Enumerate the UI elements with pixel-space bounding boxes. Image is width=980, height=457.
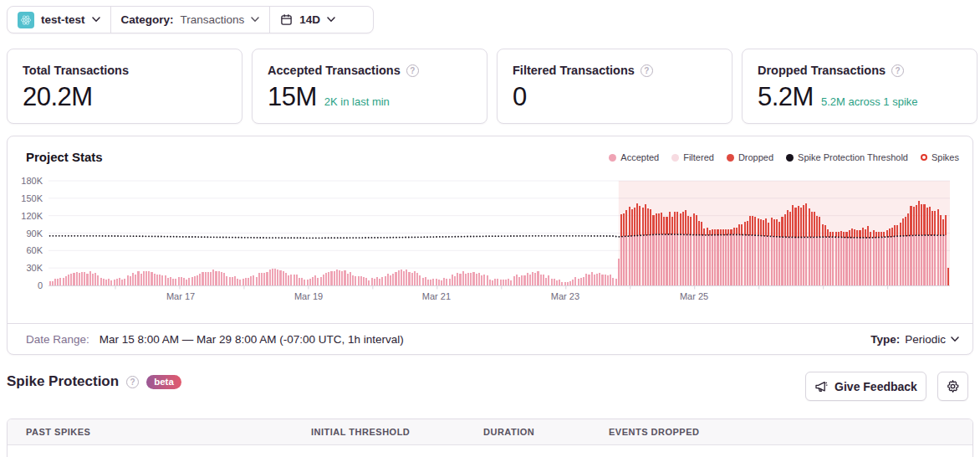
type-label: Type: (870, 333, 900, 346)
svg-text:Mar 23: Mar 23 (551, 291, 579, 301)
period-value: 14D (299, 13, 320, 26)
project-stats-card: Project Stats AcceptedFilteredDroppedSpi… (7, 136, 973, 355)
category-selector[interactable]: Category: Transactions (111, 7, 270, 33)
col-initial-threshold: INITIAL THRESHOLD (311, 427, 410, 437)
svg-text:150K: 150K (21, 193, 43, 203)
stat-card-title: Filtered Transactions (513, 64, 635, 77)
page-filter-bar: test-test Category: Transactions 14D (7, 6, 374, 33)
chart-footer: Date Range: Mar 15 8:00 AM — Mar 29 8:00… (8, 323, 972, 355)
help-icon[interactable]: ? (891, 64, 904, 77)
past-spikes-table: PAST SPIKES INITIAL THRESHOLD DURATION E… (7, 418, 973, 457)
svg-text:Mar 19: Mar 19 (294, 291, 323, 301)
stat-card-filtered: Filtered Transactions ? 0 (497, 49, 732, 124)
stat-card-subtext: 2K in last min (324, 95, 390, 108)
stat-card-total: Total Transactions 20.2M (7, 49, 242, 124)
stat-card-title: Accepted Transactions (268, 64, 401, 77)
svg-text:Mar 21: Mar 21 (422, 291, 451, 301)
give-feedback-button[interactable]: Give Feedback (805, 372, 926, 401)
help-icon[interactable]: ? (641, 64, 653, 77)
stat-card-title: Dropped Transactions (758, 64, 886, 77)
svg-text:0: 0 (38, 280, 43, 290)
stat-card-value: 0 (513, 82, 527, 112)
chevron-down-icon (251, 17, 259, 23)
give-feedback-label: Give Feedback (835, 380, 917, 393)
help-icon[interactable]: ? (126, 376, 139, 388)
section-title: Spike Protection (7, 373, 119, 390)
svg-text:Mar 17: Mar 17 (166, 291, 195, 301)
svg-text:60K: 60K (26, 245, 43, 255)
col-past-spikes: PAST SPIKES (26, 427, 90, 437)
chevron-down-icon (327, 17, 335, 23)
project-platform-icon (18, 12, 34, 28)
stat-card-accepted: Accepted Transactions ? 15M 2K in last m… (252, 49, 487, 124)
project-name: test-test (41, 13, 85, 26)
chevron-down-icon (951, 336, 959, 342)
col-duration: DURATION (483, 427, 534, 437)
settings-button[interactable] (937, 372, 968, 401)
chevron-down-icon (92, 17, 100, 23)
usage-stats-page: test-test Category: Transactions 14D Tot… (0, 0, 980, 457)
project-stats-chart[interactable]: 030K60K90K120K150K180KMar 17Mar 19Mar 21… (8, 136, 972, 322)
megaphone-icon (814, 380, 828, 393)
category-label: Category: (121, 13, 174, 26)
table-header-row: PAST SPIKES INITIAL THRESHOLD DURATION E… (8, 419, 972, 445)
project-selector[interactable]: test-test (8, 7, 110, 33)
col-events-dropped: EVENTS DROPPED (609, 427, 699, 437)
date-range-value: Mar 15 8:00 AM — Mar 29 8:00 AM (-07:00 … (100, 333, 404, 346)
type-value: Periodic (905, 333, 946, 346)
help-icon[interactable]: ? (406, 64, 419, 77)
svg-text:90K: 90K (26, 228, 43, 239)
svg-text:30K: 30K (26, 263, 43, 273)
calendar-icon (280, 13, 293, 26)
stat-card-subtext: 5.2M across 1 spike (821, 95, 918, 108)
stat-card-value: 15M (268, 82, 317, 112)
stat-card-value: 5.2M (758, 82, 814, 112)
stat-card-dropped: Dropped Transactions ? 5.2M 5.2M across … (742, 49, 977, 124)
beta-badge: beta (146, 375, 181, 389)
gear-icon (946, 379, 960, 393)
spike-protection-header: Spike Protection ? beta (7, 373, 181, 390)
svg-text:Mar 25: Mar 25 (680, 291, 708, 301)
svg-text:180K: 180K (21, 176, 43, 186)
category-value: Transactions (181, 13, 245, 26)
stat-card-title: Total Transactions (23, 64, 129, 77)
type-selector[interactable]: Type: Periodic (870, 333, 959, 346)
date-range-label: Date Range: (26, 333, 89, 346)
date-period-selector[interactable]: 14D (270, 7, 345, 33)
stat-card-value: 20.2M (23, 82, 93, 112)
svg-text:120K: 120K (21, 211, 43, 221)
